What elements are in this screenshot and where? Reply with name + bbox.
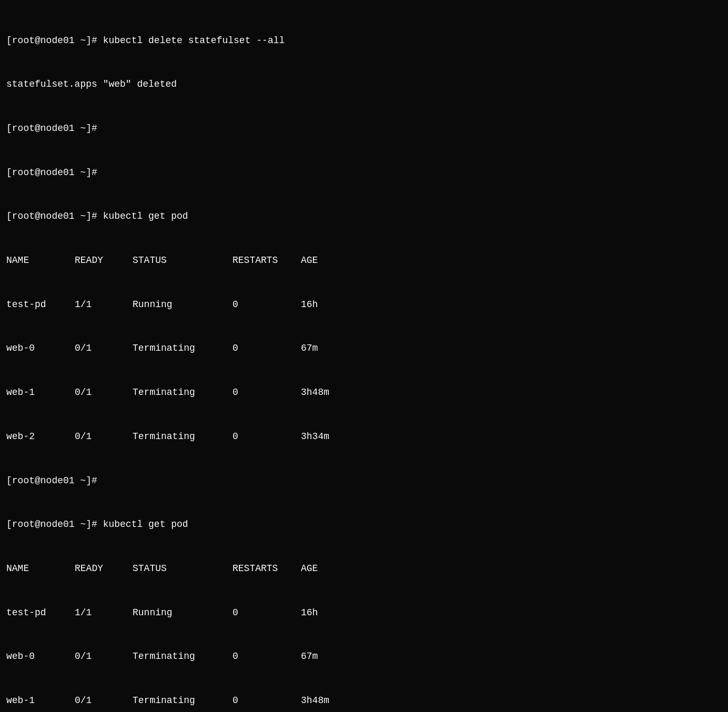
table-header-1: NAMEREADYSTATUSRESTARTSAGE [6,253,722,268]
line-prompt: [root@node01 ~]# [6,474,722,489]
line-3: [root@node01 ~]# [6,121,722,136]
line-4: [root@node01 ~]# [6,166,722,180]
line-5: [root@node01 ~]# kubectl get pod [6,209,722,224]
table-header-2: NAMEREADYSTATUSRESTARTSAGE [6,562,722,576]
pod-row: test-pd1/1Running016h [6,606,722,621]
line-cmd-2: [root@node01 ~]# kubectl get pod [6,517,722,532]
terminal-window: [root@node01 ~]# kubectl delete stateful… [6,4,722,712]
line-2: statefulset.apps "web" deleted [6,77,722,92]
pod-row: web-00/1Terminating067m [6,649,722,664]
pod-row: test-pd1/1Running016h [6,298,722,312]
pod-row: web-10/1Terminating03h48m [6,385,722,400]
pod-row: web-10/1Terminating03h48m [6,694,722,708]
line-1: [root@node01 ~]# kubectl delete stateful… [6,34,722,48]
pod-row: web-20/1Terminating03h34m [6,430,722,444]
pod-row: web-00/1Terminating067m [6,341,722,356]
